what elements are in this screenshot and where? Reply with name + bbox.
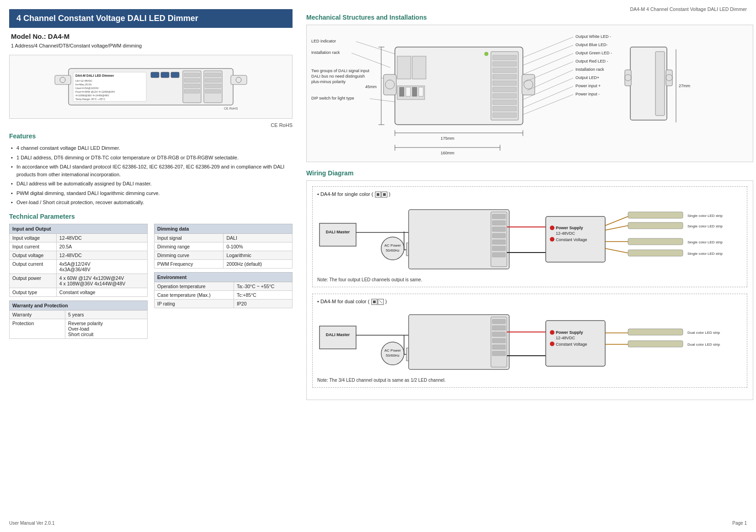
svg-rect-101 (383, 193, 386, 196)
svg-rect-144 (373, 300, 376, 303)
right-tables: Dimming data Input signalDALI Dimming ra… (154, 224, 293, 339)
svg-point-170 (550, 330, 554, 335)
svg-rect-102 (319, 223, 356, 246)
ce-rohs-text: CE RoHS (9, 122, 293, 128)
svg-line-36 (370, 99, 395, 102)
svg-rect-161 (492, 319, 506, 324)
svg-rect-83 (655, 52, 665, 116)
feature-item: DALI address will be automatically assig… (9, 179, 293, 189)
mech-section: Mechanical Structures and Installations … (306, 14, 753, 162)
footer-left: User Manual Ver 2.0.1 (9, 521, 55, 526)
svg-text:Output Red LED -: Output Red LED - (575, 59, 608, 63)
svg-text:Single color LED strip: Single color LED strip (687, 252, 723, 256)
svg-text:Power Supply: Power Supply (556, 226, 583, 230)
product-title-box: 4 Channel Constant Voltage DALI LED Dimm… (9, 9, 293, 28)
svg-rect-47 (412, 87, 417, 96)
svg-text:160mm: 160mm (441, 151, 454, 155)
tech-params-title: Technical Parameters (9, 213, 293, 220)
svg-rect-120 (492, 240, 506, 244)
svg-rect-164 (492, 338, 506, 343)
feature-item: PWM digital dimming, standard DALI logar… (9, 189, 293, 198)
svg-rect-3 (231, 75, 247, 84)
svg-rect-20 (184, 84, 200, 88)
footer: User Manual Ver 2.0.1 Page 1 (9, 521, 747, 526)
svg-text:45mm: 45mm (365, 84, 377, 89)
svg-rect-22 (205, 73, 221, 77)
svg-text:Output Green LED -: Output Green LED - (575, 51, 612, 55)
svg-rect-117 (492, 221, 506, 225)
svg-line-30 (351, 53, 390, 68)
svg-rect-166 (492, 351, 506, 356)
model-no: Model No.: DA4-M (9, 32, 293, 40)
svg-rect-54 (493, 68, 516, 73)
svg-line-146 (379, 300, 382, 303)
svg-text:DA4-M DALI LED Dimmer: DA4-M DALI LED Dimmer (75, 74, 114, 77)
feature-item: 1 DALI address, DT6 dimming or DT8-TC co… (9, 153, 293, 163)
svg-text:Constant Voltage: Constant Voltage (556, 237, 587, 242)
product-svg: DA4-M DALI LED Dimmer Uin=12-48VDC Iin=M… (41, 59, 261, 114)
svg-text:DALI Master: DALI Master (326, 332, 350, 337)
wiring-title: Wiring Diagram (306, 169, 753, 177)
feature-item: 4 channel constant voltage DALI LED Dimm… (9, 143, 293, 153)
svg-text:Single color LED strip: Single color LED strip (687, 214, 723, 218)
single-color-note: Note: The four output LED channels outpu… (317, 277, 742, 282)
svg-rect-116 (492, 214, 506, 219)
dual-icon (371, 299, 384, 305)
subtitle: 1 Address/4 Channel/DT8/Constant voltage… (9, 43, 293, 48)
svg-rect-52 (493, 55, 516, 60)
features-title: Features (9, 132, 293, 140)
svg-text:AC Power: AC Power (384, 348, 401, 353)
mech-svg: LED indicator Installation rack Two grou… (310, 29, 749, 157)
svg-line-28 (356, 42, 395, 54)
svg-text:Power input +: Power input + (575, 84, 601, 88)
svg-rect-42 (397, 56, 411, 79)
svg-text:Two groups of DALI signal inpu: Two groups of DALI signal input (311, 68, 370, 73)
svg-rect-13 (151, 72, 159, 78)
svg-rect-24 (205, 84, 221, 88)
wiring-section: • DA4-M for single color ( ) DALI Master (306, 180, 753, 400)
feature-item: In accordance with DALI standard protoco… (9, 162, 293, 179)
svg-text:Dual color LED strip: Dual color LED strip (687, 331, 720, 335)
svg-text:Power input -: Power input - (575, 92, 600, 96)
single-color-label: • DA4-M for single color ( ) (317, 191, 742, 198)
svg-point-129 (550, 237, 554, 242)
svg-text:175mm: 175mm (441, 136, 454, 141)
left-column: 4 Channel Constant Voltage DALI LED Dimm… (9, 9, 293, 523)
svg-text:Installation rack: Installation rack (575, 67, 604, 72)
dual-color-label: • DA4-M for dual color ( ) (317, 299, 742, 305)
svg-rect-81 (666, 70, 672, 86)
svg-text:Temp Range:-30°C~+55°C: Temp Range:-30°C~+55°C (75, 98, 106, 100)
svg-rect-79 (625, 70, 631, 86)
svg-point-126 (550, 226, 554, 230)
svg-rect-147 (319, 326, 356, 349)
svg-rect-46 (406, 87, 410, 96)
svg-rect-162 (492, 326, 506, 330)
svg-rect-179 (628, 341, 683, 347)
svg-rect-58 (493, 94, 516, 98)
svg-rect-137 (628, 222, 683, 229)
feature-item: Over-load / Short circuit protection, re… (9, 198, 293, 207)
svg-text:Power Supply: Power Supply (556, 330, 583, 335)
environment-table: Environment Operation temperatureTa:-30°… (154, 272, 293, 308)
svg-rect-61 (493, 113, 516, 117)
single-color-sub: • DA4-M for single color ( ) DALI Master (312, 186, 747, 287)
svg-rect-15 (171, 72, 179, 78)
product-title: 4 Channel Constant Voltage DALI LED Dimm… (16, 14, 198, 23)
svg-text:DALI Master: DALI Master (326, 230, 350, 234)
svg-line-69 (523, 62, 573, 83)
footer-right: Page 1 (732, 521, 747, 526)
svg-text:Single color LED strip: Single color LED strip (687, 224, 723, 228)
svg-point-173 (550, 342, 554, 346)
warranty-table: Warranty and Protection Warranty5 years … (9, 300, 148, 339)
dual-color-note: Note: The 3/4 LED channel output is same… (317, 378, 742, 383)
mech-diagram: LED indicator Installation rack Two grou… (306, 25, 753, 162)
right-column: Mechanical Structures and Installations … (302, 9, 753, 523)
svg-rect-115 (491, 212, 507, 267)
svg-rect-121 (492, 246, 506, 251)
features-list: 4 channel constant voltage DALI LED Dimm… (9, 143, 293, 207)
svg-text:LED indicator: LED indicator (311, 39, 336, 43)
svg-line-65 (523, 45, 573, 65)
svg-rect-25 (205, 90, 221, 93)
dimming-table: Dimming data Input signalDALI Dimming ra… (154, 224, 293, 269)
svg-text:AC Power: AC Power (384, 243, 401, 248)
